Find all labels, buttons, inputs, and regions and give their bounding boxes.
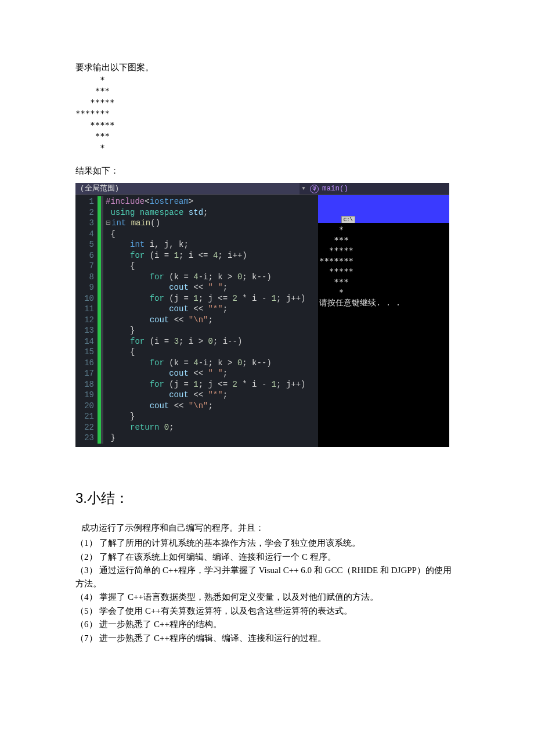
summary-item: （7） 进一步熟悉了 C++程序的编辑、编译、连接和运行的过程。 [75, 632, 459, 645]
code-line: #include<iostream> [106, 196, 318, 207]
line-number: 8 [75, 272, 94, 283]
line-number: 19 [75, 390, 94, 401]
code-line: { [106, 261, 318, 272]
line-number: 11 [75, 304, 94, 315]
line-number: 5 [75, 239, 94, 250]
line-number: 22 [75, 422, 94, 433]
line-number: 10 [75, 293, 94, 304]
line-number: 17 [75, 368, 94, 379]
code-line: cout << "*"; [106, 390, 318, 401]
indent-guide [101, 196, 103, 444]
section-heading: 3.小结： [75, 488, 459, 509]
scope-dropdown[interactable]: (全局范围) [75, 183, 300, 195]
line-number: 13 [75, 325, 94, 336]
function-dropdown[interactable]: φ main() [308, 183, 449, 195]
code-line: cout << "\n"; [106, 315, 318, 326]
line-number: 12 [75, 315, 94, 326]
line-number: 3 [75, 218, 94, 229]
line-number: 14 [75, 336, 94, 347]
code-line: for (k = 4-i; k > 0; k--) [106, 272, 318, 283]
code-line: return 0; [106, 422, 318, 433]
code-line: { [106, 229, 318, 240]
code-line: for (i = 3; i > 0; i--) [106, 336, 318, 347]
code-line: using namespace std; [106, 207, 318, 218]
ide-screenshot: (全局范围) ▾ φ main() 1234567891011121314151… [75, 183, 449, 447]
code-line: for (j = 1; j <= 2 * i - 1; j++) [106, 379, 318, 390]
code-line: cout << " "; [106, 282, 318, 293]
function-icon: φ [310, 185, 319, 193]
ide-scope-bar: (全局范围) ▾ φ main() [75, 183, 449, 195]
code-line: ⊟int main() [106, 218, 318, 229]
code-line: } [106, 411, 318, 422]
code-line: for (k = 4-i; k > 0; k--) [106, 358, 318, 369]
line-gutter: 1234567891011121314151617181920212223 [75, 196, 98, 444]
line-number: 15 [75, 347, 94, 358]
code-line: cout << " "; [106, 368, 318, 379]
code-line: cout << "\n"; [106, 401, 318, 412]
function-label: main() [322, 183, 348, 195]
summary-item: （6） 进一步熟悉了 C++程序的结构。 [75, 618, 459, 631]
summary-item: （3） 通过运行简单的 C++程序，学习并掌握了 Visual C++ 6.0 … [75, 564, 459, 590]
console-panel: C:\ * *** ***** ******* ***** *** * 请按任意… [318, 195, 449, 447]
code-line: for (j = 1; j <= 2 * i - 1; j++) [106, 293, 318, 304]
summary-item: （1） 了解了所用的计算机系统的基本操作方法，学会了独立使用该系统。 [75, 537, 459, 550]
summary-intro: 成功运行了示例程序和自己编写的程序。并且： [81, 521, 459, 535]
line-number: 7 [75, 261, 94, 272]
document-page: 要求输出以下图案。 * *** ***** ******* ***** *** … [0, 0, 534, 756]
code-line: } [106, 433, 318, 444]
expected-pattern: * *** ***** ******* ***** *** * [75, 74, 459, 154]
line-number: 20 [75, 401, 94, 412]
code-line: } [106, 325, 318, 336]
opening-text: 要求输出以下图案。 [75, 61, 459, 74]
summary-item: （5） 学会了使用 C++有关算数运算符，以及包含这些运算符的表达式。 [75, 604, 459, 618]
code-line: for (i = 1; i <= 4; i++) [106, 250, 318, 261]
line-number: 6 [75, 250, 94, 261]
code-column: #include<iostream> using namespace std;⊟… [104, 196, 318, 444]
code-line: int i, j, k; [106, 239, 318, 250]
summary-item: （4） 掌握了 C++语言数据类型，熟悉如何定义变量，以及对他们赋值的方法。 [75, 591, 459, 604]
console-output: * *** ***** ******* ***** *** * 请按任意键继续.… [318, 223, 449, 447]
line-number: 18 [75, 379, 94, 390]
code-editor[interactable]: 1234567891011121314151617181920212223 #i… [75, 195, 318, 447]
ide-body: 1234567891011121314151617181920212223 #i… [75, 195, 449, 447]
line-number: 16 [75, 358, 94, 369]
scope-arrow-icon[interactable]: ▾ [300, 183, 308, 195]
line-number: 9 [75, 282, 94, 293]
summary-list: （1） 了解了所用的计算机系统的基本操作方法，学会了独立使用该系统。（2） 了解… [75, 537, 459, 645]
line-number: 23 [75, 433, 94, 444]
line-number: 1 [75, 196, 94, 207]
line-number: 2 [75, 207, 94, 218]
code-line: { [106, 347, 318, 358]
result-label: 结果如下： [75, 164, 459, 178]
line-number: 4 [75, 229, 94, 240]
summary-item: （2） 了解了在该系统上如何编辑、编译、连接和运行一个 C 程序。 [75, 550, 459, 564]
code-line: cout << "*"; [106, 304, 318, 315]
line-number: 21 [75, 411, 94, 422]
